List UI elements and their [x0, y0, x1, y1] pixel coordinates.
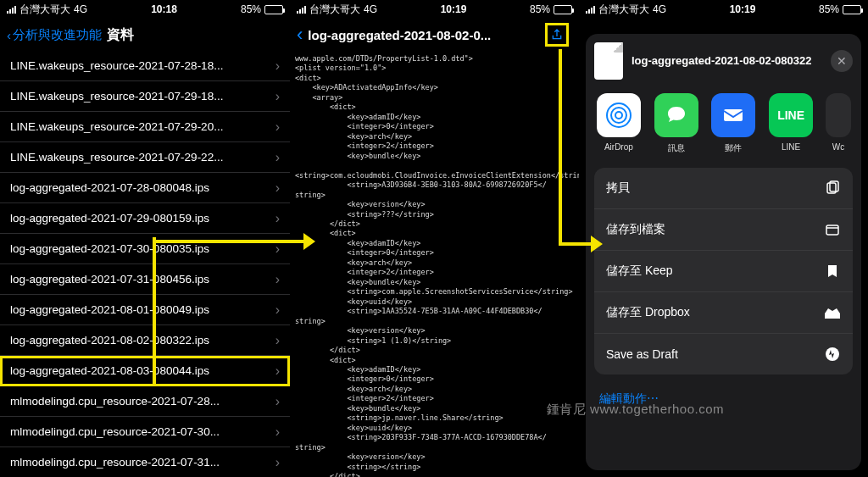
- battery-percent: 85%: [241, 3, 261, 15]
- svg-rect-6: [826, 225, 838, 235]
- annotation-line: [153, 237, 156, 385]
- file-name: log-aggregated-2021-07-31-080456.ips: [10, 273, 209, 286]
- file-row[interactable]: log-aggregated-2021-07-31-080456.ips›: [0, 264, 290, 295]
- file-name: LINE.wakeups_resource-2021-07-29-22...: [10, 151, 223, 164]
- chevron-right-icon: ›: [275, 150, 280, 165]
- share-app-airdrop[interactable]: AirDrop: [596, 93, 642, 154]
- chevron-right-icon: ›: [275, 241, 280, 257]
- action-label: 拷貝: [606, 180, 630, 196]
- share-action[interactable]: 拷貝: [594, 168, 853, 209]
- file-name: log-aggregated-2021-07-30-080035.ips: [10, 242, 209, 255]
- chevron-right-icon: ›: [275, 119, 280, 135]
- share-apps-row[interactable]: AirDrop 訊息 郵件 LINE LINE Wc: [594, 88, 853, 156]
- share-app-more[interactable]: Wc: [826, 93, 851, 154]
- file-row[interactable]: log-aggregated-2021-07-28-080048.ips›: [0, 173, 290, 203]
- action-label: 儲存至 Dropbox: [606, 305, 690, 320]
- file-row[interactable]: LINE.wakeups_resource-2021-07-29-22...›: [0, 142, 290, 173]
- action-label: 儲存至 Keep: [606, 263, 673, 279]
- app-label: 訊息: [668, 142, 685, 154]
- file-content[interactable]: www.apple.com/DTDs/PropertyList-1.0.dtd"…: [290, 51, 579, 477]
- file-name: LINE.wakeups_resource-2021-07-28-18...: [10, 59, 223, 72]
- app-label: 郵件: [725, 142, 742, 154]
- file-name: log-aggregated-2021-08-03-080044.ips: [10, 364, 209, 377]
- watermark: 鍾肯尼 www.togetherhoo.com: [547, 402, 724, 418]
- file-row[interactable]: LINE.wakeups_resource-2021-07-29-20...›: [0, 112, 290, 142]
- file-name: log-aggregated-2021-08-02-080322.ips: [10, 334, 209, 347]
- svg-point-1: [611, 108, 626, 123]
- file-row[interactable]: log-aggregated-2021-08-03-080044.ips›: [0, 356, 290, 386]
- share-app-line[interactable]: LINE LINE: [768, 93, 814, 154]
- annotation-line: [559, 49, 562, 244]
- battery-icon: [843, 5, 861, 14]
- line-icon: LINE: [769, 93, 813, 137]
- chevron-right-icon: ›: [275, 455, 280, 470]
- nav-bar: ‹ log-aggregated-2021-08-02-0...: [290, 19, 579, 51]
- file-name: LINE.wakeups_resource-2021-07-29-18...: [10, 90, 223, 103]
- carrier-label: 台灣大哥大: [309, 3, 360, 17]
- file-row[interactable]: log-aggregated-2021-08-01-080049.ips›: [0, 295, 290, 325]
- share-app-mail[interactable]: 郵件: [711, 93, 757, 154]
- chevron-left-icon: ‹: [7, 28, 11, 42]
- action-icon: [824, 346, 841, 363]
- network-label: 4G: [653, 3, 666, 15]
- file-row[interactable]: log-aggregated-2021-07-29-080159.ips›: [0, 203, 290, 234]
- signal-icon: [7, 5, 16, 14]
- signal-icon: [297, 5, 306, 14]
- clock: 10:18: [151, 3, 177, 15]
- file-list[interactable]: LINE.wakeups_resource-2021-07-28-18...›L…: [0, 51, 290, 477]
- chevron-right-icon: ›: [275, 180, 280, 196]
- battery-icon: [264, 5, 283, 14]
- action-icon: [824, 180, 841, 197]
- share-action[interactable]: 儲存至 Keep: [594, 251, 853, 292]
- messages-icon: [654, 93, 698, 137]
- chevron-right-icon: ›: [275, 394, 280, 409]
- battery-percent: 85%: [530, 3, 550, 15]
- share-action[interactable]: 儲存到檔案: [594, 209, 853, 251]
- network-label: 4G: [364, 3, 377, 15]
- app-label: Wc: [832, 142, 844, 152]
- annotation-arrow: [153, 240, 305, 243]
- share-app-messages[interactable]: 訊息: [654, 93, 699, 154]
- app-label: LINE: [782, 142, 800, 152]
- app-label: AirDrop: [604, 142, 633, 152]
- file-row[interactable]: log-aggregated-2021-08-02-080322.ips›: [0, 325, 290, 356]
- svg-rect-7: [825, 313, 840, 319]
- phone-screen-1: 台灣大哥大 4G 10:18 85% ‹ 分析與改進功能 資料 LINE.wak…: [0, 0, 290, 477]
- battery-percent: 85%: [819, 3, 839, 15]
- file-row[interactable]: LINE.wakeups_resource-2021-07-29-18...›: [0, 81, 290, 112]
- svg-rect-3: [724, 109, 743, 121]
- network-label: 4G: [74, 3, 87, 15]
- file-row[interactable]: mlmodelingd.cpu_resource-2021-07-31...›: [0, 447, 290, 477]
- file-name: log-aggregated-2021-08-01-080049.ips: [10, 303, 209, 316]
- action-label: 儲存到檔案: [606, 222, 665, 237]
- battery-icon: [554, 5, 572, 14]
- chevron-right-icon: ›: [275, 424, 280, 440]
- back-button[interactable]: ‹: [297, 24, 303, 46]
- file-row[interactable]: log-aggregated-2021-07-30-080035.ips›: [0, 234, 290, 264]
- document-icon: [594, 42, 623, 80]
- file-name: log-aggregated-2021-07-29-080159.ips: [10, 212, 209, 225]
- action-label: Save as Draft: [606, 347, 678, 361]
- close-button[interactable]: ✕: [831, 50, 853, 72]
- share-action[interactable]: Save as Draft: [594, 334, 853, 374]
- file-row[interactable]: LINE.wakeups_resource-2021-07-28-18...›: [0, 51, 290, 81]
- file-name: log-aggregated-2021-07-28-080048.ips: [10, 181, 209, 194]
- back-button[interactable]: ‹ 分析與改進功能: [7, 27, 102, 43]
- file-row[interactable]: mlmodelingd.cpu_resource-2021-07-30...›: [0, 417, 290, 447]
- action-icon: [824, 221, 841, 238]
- share-button[interactable]: [545, 23, 569, 47]
- share-action[interactable]: 儲存至 Dropbox: [594, 292, 853, 334]
- file-name: mlmodelingd.cpu_resource-2021-07-30...: [10, 425, 220, 438]
- file-name: mlmodelingd.cpu_resource-2021-07-31...: [10, 456, 220, 469]
- action-icon: [824, 304, 841, 321]
- file-row[interactable]: mlmodelingd.cpu_resource-2021-07-28...›: [0, 386, 290, 417]
- chevron-right-icon: ›: [275, 89, 280, 104]
- close-icon: ✕: [837, 54, 847, 68]
- clock: 10:19: [730, 3, 756, 15]
- page-title: 資料: [107, 26, 283, 44]
- back-label: 分析與改進功能: [13, 27, 102, 43]
- file-title: log-aggregated-2021-08-02-0...: [308, 28, 540, 42]
- signal-icon: [586, 5, 595, 14]
- nav-bar: ‹ 分析與改進功能 資料: [0, 19, 290, 51]
- status-bar: 台灣大哥大 4G 10:19 85%: [579, 0, 868, 19]
